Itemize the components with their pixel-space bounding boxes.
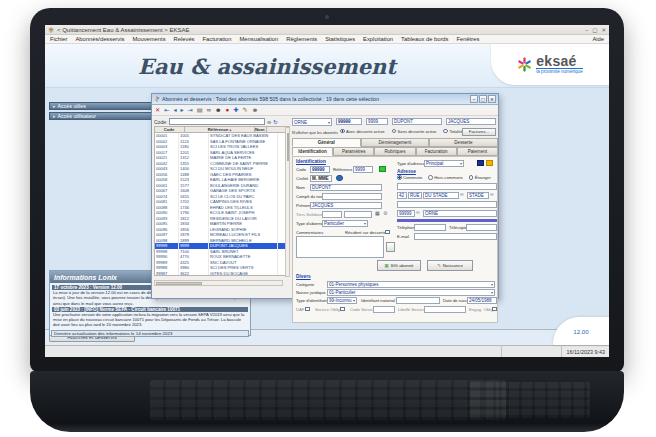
menu-item[interactable]: Fichier	[50, 36, 67, 42]
sidebar-item-acces-utilisateur[interactable]: ▸ Accès utilisateur	[49, 112, 161, 120]
subtab[interactable]: Facturation	[416, 147, 457, 156]
attachment-icon[interactable]	[386, 242, 395, 252]
column-header[interactable]: Code	[155, 127, 185, 132]
menu-item[interactable]: Mensualisation	[240, 36, 279, 42]
telecopie-field[interactable]	[466, 224, 497, 231]
subtab[interactable]: Rubriques	[374, 147, 415, 156]
complt-field[interactable]	[322, 193, 382, 200]
code-field[interactable]: 99999	[310, 166, 330, 173]
nom-field[interactable]: DUPONT	[310, 184, 382, 191]
header-prenom-field[interactable]: JACQUES	[446, 118, 496, 125]
map-icon[interactable]	[477, 160, 484, 167]
sidebar-item-acces-utiles[interactable]: ▸ Accès utiles	[49, 102, 161, 110]
tiers-code-field[interactable]	[322, 211, 342, 218]
menu-item[interactable]: Tableaux de bords	[401, 36, 448, 42]
sig-abonne-button[interactable]: ▦ SIG abonné	[377, 260, 421, 271]
civilite-field[interactable]: M. MME	[310, 175, 332, 182]
adresse-ligne1-field[interactable]	[397, 183, 497, 190]
list-row[interactable]: 99987 3622 GITES DU BOCAGE	[155, 271, 289, 277]
identifiant-national-field[interactable]	[396, 297, 440, 304]
filter-radio[interactable]: Avec desserte active	[340, 129, 385, 134]
tab[interactable]: Desserte	[429, 138, 498, 147]
lookup-icon[interactable]: ∞	[490, 191, 494, 197]
nav-prev-icon[interactable]: ◂	[173, 107, 176, 113]
menu-item[interactable]: Relevés	[174, 36, 195, 42]
print-icon[interactable]: ▤	[197, 107, 203, 113]
horizontal-scrollbar[interactable]	[154, 280, 283, 286]
filter-radio[interactable]: Sans desserte active	[392, 129, 437, 134]
menu-item[interactable]: Règlements	[286, 36, 317, 42]
ville-field[interactable]: ORNE	[423, 210, 497, 217]
subtab[interactable]: Paiement	[457, 147, 498, 156]
search-icon[interactable]: ∞	[207, 107, 211, 113]
menu-item-aide[interactable]: Aide	[592, 36, 604, 42]
engag-oblig-checkbox[interactable]	[492, 307, 497, 312]
menu-item[interactable]: Mouvements	[132, 36, 165, 42]
header-code-field[interactable]: 99999	[336, 118, 362, 125]
lookup-icon[interactable]: ∞	[460, 191, 464, 197]
type-abonne-select[interactable]: Particulier▾	[322, 220, 368, 227]
subtab[interactable]: Paramètres	[333, 147, 374, 156]
telephone-field[interactable]	[414, 224, 446, 231]
collectivite-select[interactable]: ORNE▾	[292, 118, 332, 126]
minimize-icon[interactable]: –	[585, 27, 588, 33]
code-service-field[interactable]	[373, 306, 395, 313]
scroll-thumb[interactable]	[156, 282, 202, 286]
alert-icon[interactable]	[486, 160, 493, 167]
prenom-field[interactable]: JACQUES	[310, 202, 382, 209]
nature-select[interactable]: 01-Particulier▾	[327, 289, 495, 296]
menu-item[interactable]: Statistiques	[325, 36, 355, 42]
adresse-radio[interactable]: Hors commune	[428, 175, 462, 180]
filter-radio[interactable]: Totalité	[443, 129, 462, 134]
nav-next-icon[interactable]: ▸	[180, 107, 183, 113]
resident-checkbox[interactable]	[385, 230, 390, 235]
close-icon[interactable]: ✕	[601, 27, 606, 33]
window-maximize-icon[interactable]: ▢	[479, 95, 487, 103]
add-icon[interactable]: ✚	[233, 107, 238, 113]
email-field[interactable]	[414, 233, 497, 240]
grid-icon[interactable]: ▦	[375, 210, 380, 216]
tiers-nom-field[interactable]	[344, 211, 372, 218]
menu-item[interactable]: Facturation	[203, 36, 232, 42]
binoculars-icon[interactable]: ∞	[267, 119, 271, 125]
libelle-service-field[interactable]	[424, 306, 466, 313]
factures-button[interactable]: Factures...	[462, 128, 496, 136]
code-postal-field[interactable]: 99999	[397, 210, 415, 217]
lookup-icon[interactable]: ∞	[416, 209, 420, 215]
tab[interactable]: Déménagement	[361, 138, 430, 147]
window-titlebar[interactable]: Abonnés et desservis : Total des abonnés…	[152, 94, 498, 105]
adresse-ligne3-field[interactable]	[397, 201, 497, 208]
code-search-input[interactable]	[169, 118, 265, 125]
daf-checkbox[interactable]	[305, 307, 310, 312]
edit-icon[interactable]: ✎	[243, 107, 248, 113]
adresse-radio[interactable]: Étranger	[469, 175, 491, 180]
header-reference-field[interactable]: 9999	[366, 118, 388, 125]
info-icon[interactable]	[336, 175, 343, 182]
type-voie-field[interactable]: RUE	[408, 192, 422, 199]
vertical-scrollbar[interactable]	[285, 127, 290, 277]
date-naissance-field[interactable]: 24/05/1988	[467, 297, 497, 304]
quit-icon[interactable]: ✕	[155, 107, 160, 113]
nav-first-icon[interactable]: ⇤	[164, 107, 169, 113]
voie-field[interactable]: DU STADE	[423, 192, 459, 199]
reference-field[interactable]: 9999	[353, 166, 373, 173]
maximize-icon[interactable]: ▢	[592, 27, 597, 33]
nav-last-icon[interactable]: ⇥	[188, 107, 193, 113]
refresh-icon[interactable]: ↻	[273, 119, 278, 125]
menu-item[interactable]: Fenêtres	[456, 36, 479, 42]
service-oblig-checkbox[interactable]	[340, 307, 345, 312]
scroll-thumb[interactable]	[287, 133, 289, 161]
gear-icon[interactable]: ⚙	[383, 210, 387, 216]
menu-item[interactable]: Exploitation	[363, 36, 393, 42]
type-identifiant-select[interactable]: 99-Inconnu▾	[327, 297, 357, 304]
subscriber-icon[interactable]: ☻	[215, 107, 222, 113]
header-nom-field[interactable]: DUPONT	[392, 118, 442, 125]
commentaires-textarea[interactable]	[296, 236, 384, 258]
delete-icon[interactable]: ●	[226, 107, 230, 113]
window-minimize-icon[interactable]: –	[470, 95, 478, 103]
naissance-button[interactable]: ✎ Naissance	[427, 260, 473, 271]
categorie-select[interactable]: 01-Personnes physiques▾	[327, 281, 495, 288]
column-header[interactable]: Nom	[255, 127, 267, 132]
window-close-icon[interactable]: ✕	[488, 95, 496, 103]
adresse-radio[interactable]: Commune	[397, 175, 422, 180]
